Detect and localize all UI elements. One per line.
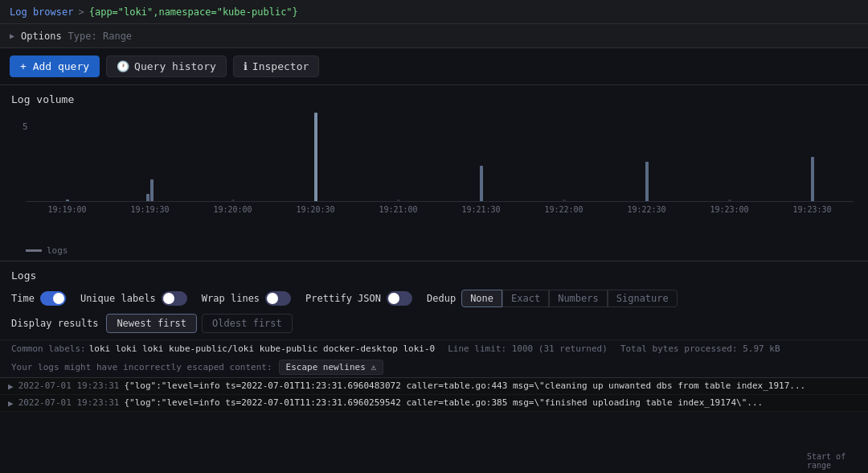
log-entry[interactable]: ▶ 2022-07-01 19:23:31 {"log":"level=info…	[0, 378, 868, 395]
bar	[146, 194, 149, 201]
controls-row: Time Unique labels Wrap lines Prettify J…	[0, 286, 868, 312]
bar-group	[605, 113, 688, 201]
dedup-label: Dedup	[427, 293, 456, 304]
bar-group	[688, 113, 771, 201]
inspector-button[interactable]: ℹ Inspector	[233, 56, 319, 77]
common-labels-values: loki loki loki kube-public/loki kube-pub…	[89, 343, 435, 354]
bar	[563, 199, 566, 201]
breadcrumb-sep: >	[78, 6, 84, 18]
right-overlay: Start of range	[804, 409, 868, 473]
dedup-group: NoneExactNumbersSignature	[461, 290, 678, 307]
x-axis-label-item: 19:20:30	[274, 205, 357, 214]
breadcrumb-link[interactable]: Log browser	[10, 6, 73, 18]
time-label: Time	[11, 293, 35, 304]
bar	[811, 157, 814, 201]
bar-group	[108, 113, 191, 201]
inspector-label: Inspector	[252, 60, 309, 72]
dedup-option-exact[interactable]: Exact	[502, 290, 549, 307]
bar	[397, 199, 400, 201]
bar-group	[771, 113, 854, 201]
query-display: {app="loki",namespace="kube-public"}	[89, 6, 298, 18]
inspector-icon: ℹ	[244, 60, 248, 72]
query-history-button[interactable]: 🕐 Query history	[106, 56, 227, 77]
x-axis-labels: 19:19:0019:19:3019:20:0019:20:3019:21:00…	[26, 205, 854, 214]
display-results-label: Display results	[11, 318, 98, 329]
options-arrow: ▶	[10, 31, 14, 40]
logs-section: Logs Time Unique labels Wrap lines Prett…	[0, 261, 868, 412]
log-volume-title: Log volume	[0, 85, 868, 107]
dedup-option-none[interactable]: None	[461, 290, 502, 307]
time-control: Time	[11, 291, 66, 306]
log-content: {"log":"level=info ts=2022-07-01T11:23:3…	[124, 397, 763, 408]
x-axis-label-item: 19:20:00	[191, 205, 274, 214]
query-history-label: Query history	[134, 60, 216, 72]
wrap-lines-toggle[interactable]	[265, 291, 291, 306]
chart-legend: logs	[0, 242, 868, 261]
x-axis-label-item: 19:22:30	[605, 205, 688, 214]
logs-title: Logs	[0, 261, 868, 286]
x-axis-label-item: 19:21:00	[357, 205, 440, 214]
wrap-lines-label: Wrap lines	[202, 293, 260, 304]
bar	[150, 179, 154, 202]
log-timestamp: 2022-07-01 19:23:31	[18, 380, 120, 391]
log-entry[interactable]: ▶ 2022-07-01 19:23:31 {"log":"level=info…	[0, 395, 868, 412]
x-axis-label-item: 19:23:00	[688, 205, 771, 214]
bytes-info: Total bytes processed: 5.97 kB	[620, 343, 780, 354]
unique-labels-toggle[interactable]	[162, 291, 187, 306]
escape-newlines-button[interactable]: Escape newlines ⚠	[279, 360, 384, 375]
add-query-button[interactable]: + Add query	[10, 56, 100, 77]
top-bar: Log browser > {app="loki",namespace="kub…	[0, 0, 868, 24]
dedup-control: Dedup NoneExactNumbersSignature	[427, 290, 678, 307]
result-buttons: Newest firstOldest first	[106, 314, 292, 333]
prettify-json-toggle[interactable]	[387, 291, 412, 306]
display-option-oldest-first[interactable]: Oldest first	[202, 314, 293, 333]
x-axis-label-item: 19:19:30	[108, 205, 191, 214]
log-timestamp: 2022-07-01 19:23:31	[18, 397, 120, 408]
dedup-option-signature[interactable]: Signature	[608, 290, 678, 307]
display-option-newest-first[interactable]: Newest first	[106, 314, 197, 333]
bar	[231, 199, 235, 201]
bar-group	[191, 113, 274, 201]
bar-group	[357, 113, 440, 201]
options-label: Options	[21, 31, 62, 42]
x-axis-label-item: 19:21:30	[440, 205, 522, 214]
bar-group	[522, 113, 605, 201]
prettify-json-control: Prettify JSON	[305, 291, 412, 306]
prettify-json-label: Prettify JSON	[305, 293, 381, 304]
bar-group	[26, 113, 108, 201]
common-labels-row: Common labels: loki loki loki kube-publi…	[0, 339, 868, 357]
wrap-lines-control: Wrap lines	[202, 291, 291, 306]
history-icon: 🕐	[117, 60, 129, 72]
bar	[66, 199, 69, 201]
overlay-text: Start of range	[807, 452, 865, 470]
chart-bars	[26, 113, 854, 202]
unique-labels-control: Unique labels	[80, 291, 187, 306]
log-expand-arrow: ▶	[8, 398, 14, 409]
options-type: Type: Range	[68, 31, 132, 42]
display-results-row: Display results Newest firstOldest first	[0, 312, 868, 339]
x-axis-label-item: 19:23:30	[771, 205, 854, 214]
warning-row: Your logs might have incorrectly escaped…	[0, 357, 868, 377]
bar-group	[440, 113, 522, 201]
bar	[314, 113, 317, 201]
legend-line-icon	[26, 249, 42, 252]
toolbar: + Add query 🕐 Query history ℹ Inspector	[0, 48, 868, 85]
log-entries: ▶ 2022-07-01 19:23:31 {"log":"level=info…	[0, 377, 868, 412]
bar	[728, 199, 731, 201]
time-toggle[interactable]	[40, 291, 66, 306]
warning-text: Your logs might have incorrectly escaped…	[11, 362, 272, 372]
options-bar: ▶ Options Type: Range	[0, 24, 868, 48]
chart-area: 5 19:19:0019:19:3019:20:0019:20:3019:21:…	[0, 107, 868, 242]
log-content: {"log":"level=info ts=2022-07-01T11:23:3…	[124, 380, 805, 391]
log-expand-arrow: ▶	[8, 381, 14, 392]
line-limit-info: Line limit: 1000 (31 returned)	[448, 343, 608, 354]
common-labels-key: Common labels:	[11, 343, 86, 354]
log-volume-section: Log volume 5 19:19:0019:19:3019:20:0019:…	[0, 85, 868, 261]
bar	[480, 166, 483, 201]
x-axis-label-item: 19:22:00	[522, 205, 605, 214]
legend-label: logs	[47, 245, 68, 256]
unique-labels-label: Unique labels	[80, 293, 156, 304]
dedup-option-numbers[interactable]: Numbers	[549, 290, 608, 307]
bar	[645, 162, 649, 202]
bar-group	[274, 113, 357, 201]
